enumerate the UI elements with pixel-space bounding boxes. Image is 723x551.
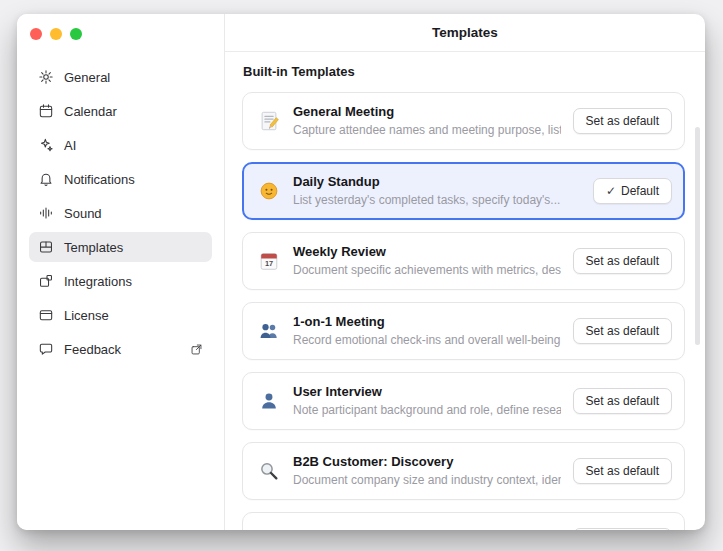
memo-emoji [257,109,281,133]
sidebar-item-label: Templates [64,240,123,255]
template-card-b2b-pilot[interactable]: B2B Customer: Pilot Set as default [242,512,685,530]
templates-grid-icon [38,239,54,255]
scrollbar-thumb[interactable] [695,127,700,345]
zoom-window-button[interactable] [70,28,82,40]
speech-bubble-icon [38,341,54,357]
template-description: Document company size and industry conte… [293,473,561,488]
sidebar-item-general[interactable]: General [29,62,212,92]
template-card-1-on-1-meeting[interactable]: 1-on-1 Meeting Record emotional check-in… [242,302,685,360]
template-card-general-meeting[interactable]: General Meeting Capture attendee names a… [242,92,685,150]
template-card-weekly-review[interactable]: 17 Weekly Review Document specific achie… [242,232,685,290]
sidebar-item-label: Feedback [64,342,121,357]
waveform-icon [38,205,54,221]
sidebar-item-feedback[interactable]: Feedback [29,334,212,364]
calendar-icon [38,103,54,119]
section-title: Built-in Templates [243,64,685,79]
sparkles-icon [38,137,54,153]
template-description: Record emotional check-ins and overall w… [293,333,561,348]
airplane-emoji [257,529,281,530]
card-icon [38,307,54,323]
template-name: Weekly Review [293,244,561,260]
sidebar-item-notifications[interactable]: Notifications [29,164,212,194]
sidebar-item-ai[interactable]: AI [29,130,212,160]
sidebar-item-label: Notifications [64,172,135,187]
set-default-button[interactable]: Set as default [573,458,672,484]
gear-icon [38,69,54,85]
minimize-window-button[interactable] [50,28,62,40]
two-people-emoji [257,319,281,343]
window-controls [17,14,224,40]
sidebar-item-label: AI [64,138,76,153]
sidebar-item-sound[interactable]: Sound [29,198,212,228]
template-name: General Meeting [293,104,561,120]
person-emoji [257,389,281,413]
template-card-user-interview[interactable]: User Interview Note participant backgrou… [242,372,685,430]
template-name: 1-on-1 Meeting [293,314,561,330]
sidebar-nav: General Calendar AI Notifications [17,40,224,364]
template-name: B2B Customer: Discovery [293,454,561,470]
sidebar: General Calendar AI Notifications [17,14,225,530]
page-title: Templates [432,25,498,40]
sidebar-item-license[interactable]: License [29,300,212,330]
check-icon: ✓ [606,184,616,198]
external-link-icon [190,343,203,356]
set-default-button[interactable]: Set as default [573,248,672,274]
set-default-button[interactable]: Set as default [573,318,672,344]
template-name: Daily Standup [293,174,581,190]
sidebar-item-label: General [64,70,110,85]
calendar-emoji: 17 [257,249,281,273]
template-description: Document specific achievements with metr… [293,263,561,278]
main-panel: Templates Built-in Templates General Mee… [225,14,705,530]
sun-face-emoji [257,179,281,203]
sidebar-item-label: Calendar [64,104,117,119]
svg-text:17: 17 [265,259,273,268]
sidebar-item-integrations[interactable]: Integrations [29,266,212,296]
templates-list: Built-in Templates General Meeting Captu… [225,52,705,530]
sidebar-item-label: Integrations [64,274,132,289]
template-name: User Interview [293,384,561,400]
template-description: List yesterday's completed tasks, specif… [293,193,581,208]
set-default-button[interactable]: Set as default [573,388,672,414]
settings-window: General Calendar AI Notifications [17,14,705,530]
template-description: Note participant background and role, de… [293,403,561,418]
magnifier-emoji [257,459,281,483]
sidebar-item-label: License [64,308,109,323]
template-card-b2b-discovery[interactable]: B2B Customer: Discovery Document company… [242,442,685,500]
set-default-button[interactable]: Set as default [573,528,672,530]
bell-icon [38,171,54,187]
blocks-icon [38,273,54,289]
set-default-button[interactable]: Set as default [573,108,672,134]
sidebar-item-label: Sound [64,206,102,221]
title-bar: Templates [225,14,705,52]
template-description: Capture attendee names and meeting purpo… [293,123,561,138]
default-button[interactable]: ✓Default [593,178,672,204]
sidebar-item-calendar[interactable]: Calendar [29,96,212,126]
close-window-button[interactable] [30,28,42,40]
template-card-daily-standup[interactable]: Daily Standup List yesterday's completed… [242,162,685,220]
sidebar-item-templates[interactable]: Templates [29,232,212,262]
